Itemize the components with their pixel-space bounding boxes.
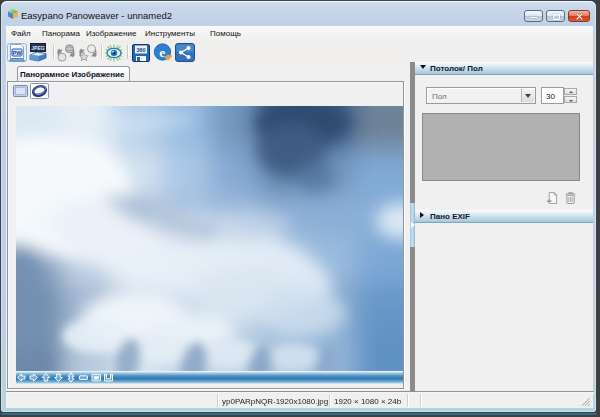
svg-text:360: 360 — [136, 47, 145, 53]
svg-text:JPEG: JPEG — [31, 45, 44, 51]
svg-text:e: e — [159, 45, 165, 60]
svg-text:PW: PW — [13, 50, 23, 56]
